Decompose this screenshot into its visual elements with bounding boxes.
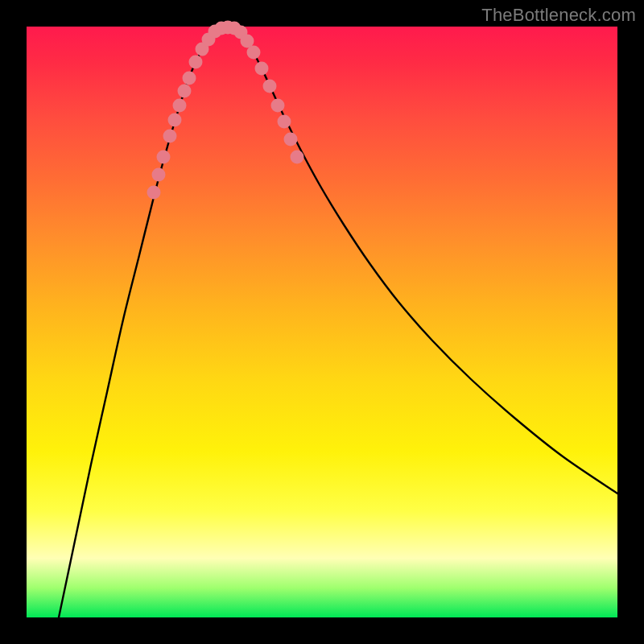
chart-frame: TheBottleneck.com xyxy=(0,0,644,644)
marker-dot xyxy=(247,46,261,60)
marker-dot xyxy=(147,186,161,200)
marker-dot xyxy=(183,72,196,85)
curve-right-branch xyxy=(236,27,617,493)
marker-dot xyxy=(173,99,187,113)
marker-dot xyxy=(278,115,291,129)
marker-dot xyxy=(178,85,192,98)
marker-dot xyxy=(263,80,277,93)
curve-left-branch xyxy=(59,27,220,617)
marker-dot xyxy=(255,62,269,76)
marker-dot xyxy=(157,151,171,164)
highlight-markers xyxy=(147,21,304,200)
marker-dot xyxy=(152,168,166,182)
marker-dot xyxy=(189,56,203,69)
watermark-text: TheBottleneck.com xyxy=(481,5,636,26)
marker-dot xyxy=(168,114,182,127)
marker-dot xyxy=(291,151,304,164)
marker-dot xyxy=(271,99,285,113)
marker-dot xyxy=(163,130,177,143)
marker-dot xyxy=(284,133,298,147)
chart-svg xyxy=(27,27,617,617)
